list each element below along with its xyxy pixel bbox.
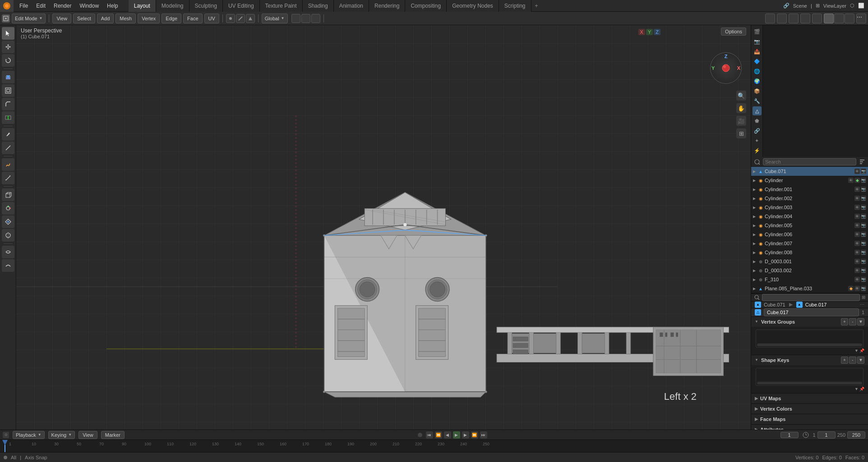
menu-render[interactable]: Render [50,2,75,10]
annotate-tool[interactable] [2,158,14,171]
filter-icon[interactable]: ⊞ [862,295,865,300]
current-frame-input[interactable] [780,432,799,438]
tab-modeling[interactable]: Modeling [156,0,189,12]
measure-tool[interactable] [2,172,14,184]
outliner-item-cylinder003[interactable]: ▶ ◉ Cylinder.003 👁 📷 [751,203,868,212]
viewport-shade-solid[interactable] [789,14,799,23]
psb-material[interactable]: ⬟ [753,116,762,125]
tab-texture-paint[interactable]: Texture Paint [260,0,303,12]
vertex-btn[interactable]: Vertex [138,14,160,23]
sk-add-btn[interactable]: + [841,357,848,364]
outliner-item-d0003001[interactable]: ▶ ⊕ D_0003.001 👁 📷 [751,257,868,266]
psb-data[interactable]: △ [753,106,762,115]
psb-world[interactable]: 🌍 [753,77,762,86]
outliner-item-cylinder005[interactable]: ▶ ◉ Cylinder.005 👁 📷 [751,221,868,230]
add-cube-tool[interactable] [2,188,14,201]
outliner-item-d0003002[interactable]: ▶ ⊕ D_0003.002 👁 📷 [751,266,868,275]
play-btn[interactable]: ▶ [453,431,460,439]
psb-modifier[interactable]: 🔧 [753,96,762,105]
viewport[interactable]: User Perspective (1) Cube.071 X Y Z Opti… [16,25,751,430]
move-tool[interactable] [2,41,14,53]
snap-toggle[interactable] [291,14,300,23]
gizmo-circle[interactable]: Z Y X [710,52,742,84]
bevel-tool[interactable] [2,98,14,110]
psb-view-layer[interactable]: 🔷 [753,57,762,66]
tab-geometry-nodes[interactable]: Geometry Nodes [447,0,499,12]
extrude-tool[interactable] [2,71,14,83]
jump-end-btn[interactable]: ⏭ [480,431,487,439]
keying-dropdown[interactable]: Keying ▼ [48,431,75,439]
psb-constraint[interactable]: 🔗 [753,126,762,135]
timeline-track[interactable]: 1 10 30 50 70 90 100 110 120 130 140 150… [0,440,868,452]
menu-file[interactable]: File [16,2,32,10]
vg-more-btn[interactable]: ▼ [857,318,864,325]
psb-scene2[interactable]: 🌐 [753,67,762,76]
timeline-scene-icon[interactable]: ⊙ [3,432,9,438]
mode-icon[interactable] [2,14,10,23]
push-pull-tool[interactable] [2,229,14,242]
vertex-select-btn[interactable] [226,14,235,23]
vg-remove-btn[interactable]: - [849,318,856,325]
outliner-item-cylinder004[interactable]: ▶ ◉ Cylinder.004 👁 📷 [751,212,868,221]
vg-add-btn[interactable]: + [841,318,848,325]
tab-uv-editing[interactable]: UV Editing [223,0,260,12]
edge-select-btn[interactable] [236,14,245,23]
psb-physics[interactable]: ⚡ [753,146,762,155]
psb-output[interactable]: 📤 [753,47,762,56]
cyl-vis2[interactable]: 📷 [861,178,866,183]
mesh-name-input[interactable] [764,308,859,316]
grid-icon[interactable]: ⊞ [736,128,746,138]
cursor-tool[interactable] [2,27,14,40]
fullscreen-btn[interactable]: ⬜ [858,3,864,9]
outliner-item-cube071[interactable]: ▶ ▲ Cube.071 👁 📷 [751,167,868,176]
outliner-search-input[interactable] [763,158,856,165]
inset-tool[interactable] [2,84,14,97]
sk-remove-btn[interactable]: - [849,357,856,364]
playback-dropdown[interactable]: Playback ▼ [13,431,45,439]
menu-window[interactable]: Window [76,2,102,10]
tab-compositing[interactable]: Compositing [405,0,447,12]
outliner-item-cylinder[interactable]: ▶ ◉ Cylinder 👁 ◆ 📷 [751,176,868,185]
uv-maps-header[interactable]: ▶ UV Maps [751,393,868,403]
tab-scripting[interactable]: Scripting [499,0,531,12]
outliner-item-cylinder001[interactable]: ▶ ◉ Cylinder.001 👁 📷 [751,185,868,194]
loop-cut-tool[interactable] [2,111,14,124]
add-btn[interactable]: Add [97,14,114,23]
shrink-tool[interactable] [2,215,14,228]
tab-shading[interactable]: Shading [303,0,334,12]
view-btn[interactable]: View [52,14,71,23]
xray-toggle[interactable] [777,14,787,23]
shade-solid-active[interactable] [824,14,834,23]
properties-options-icon[interactable]: ⋯ [860,302,864,307]
jump-start-btn[interactable]: ⏮ [426,431,433,439]
vg-scroll[interactable] [757,343,862,346]
cyl-vis1[interactable]: 👁 [848,178,854,183]
crease-tool[interactable] [2,246,14,258]
face-select-btn[interactable] [246,14,255,23]
menu-help[interactable]: Help [103,2,122,10]
vertex-colors-header[interactable]: ▶ Vertex Colors [751,404,868,414]
face-maps-header[interactable]: ▶ Face Maps [751,414,868,424]
psb-scene[interactable]: 🎬 [753,27,762,36]
shape-keys-header[interactable]: ▼ Shape Keys + - ▼ [751,355,868,365]
edge-btn[interactable]: Edge [162,14,181,23]
vis-eye[interactable]: 👁 [854,169,860,174]
viewport-shade-mat[interactable] [800,14,810,23]
outliner-item-cylinder007[interactable]: ▶ ◉ Cylinder.007 👁 📷 [751,239,868,248]
psb-particles[interactable]: ✦ [753,136,762,145]
knife-tool[interactable] [2,128,14,141]
tab-animation[interactable]: Animation [334,0,369,12]
tab-sculpting[interactable]: Sculpting [189,0,223,12]
sk-more-btn[interactable]: ▼ [857,357,864,364]
timeline-view-btn[interactable]: View [78,431,97,439]
start-frame-input[interactable] [817,431,836,439]
uv-btn[interactable]: UV [204,14,219,23]
next-frame-btn[interactable]: ⏩ [471,431,478,439]
bisect-tool[interactable] [2,142,14,154]
viewport-gizmo[interactable]: Z Y X [710,52,746,88]
properties-search-input[interactable] [762,294,860,301]
timeline-marker-btn[interactable]: Marker [101,431,125,439]
shade-render2[interactable] [845,14,854,23]
viewport-more[interactable]: ⋯ [856,14,866,23]
mode-dropdown[interactable]: Edit Mode ▼ [12,14,46,23]
